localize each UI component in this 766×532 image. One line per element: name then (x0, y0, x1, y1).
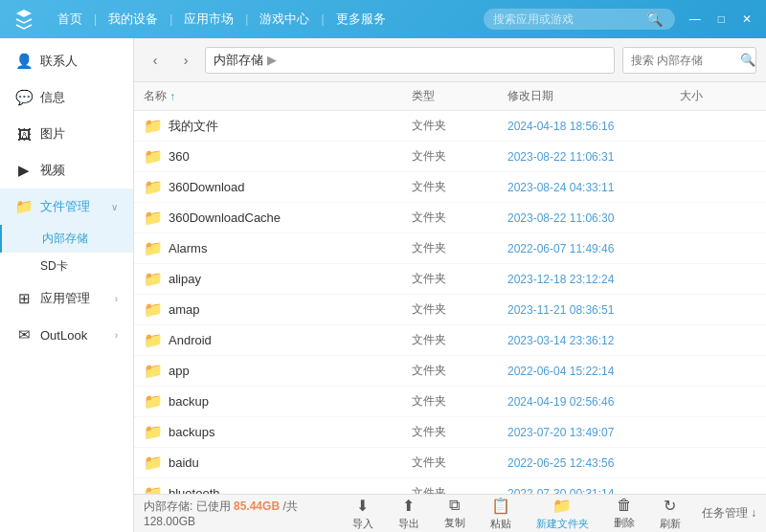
table-row[interactable]: 📁 360Download 文件夹 2023-08-24 04:33:11 (134, 172, 766, 203)
photos-icon: 🖼 (15, 126, 33, 143)
path-input[interactable]: 内部存储 ▶ (205, 47, 615, 74)
export-label: 导出 (398, 517, 419, 531)
top-bar: 首页 | 我的设备 | 应用市场 | 游戏中心 | 更多服务 🔍 — □ ✕ (0, 0, 766, 38)
folder-icon: 📁 (144, 300, 163, 319)
col-header-name[interactable]: 名称 ↑ (144, 88, 412, 104)
sidebar-item-appmanager[interactable]: ⊞ 应用管理 › (0, 280, 133, 317)
file-date: 2023-08-24 04:33:11 (507, 181, 680, 194)
table-row[interactable]: 📁 bluetooth 文件夹 2022-07-30 00:31:14 (134, 478, 766, 494)
window-controls: — □ ✕ (685, 11, 756, 28)
back-button[interactable]: ‹ (144, 49, 167, 72)
top-search[interactable]: 🔍 (484, 9, 675, 30)
table-row[interactable]: 📁 Android 文件夹 2023-03-14 23:36:12 (134, 325, 766, 356)
sidebar-item-photos[interactable]: 🖼 图片 (0, 116, 133, 152)
path-text: 内部存储 (214, 52, 263, 69)
storage-info: 内部存储: 已使用 85.44GB /共128.00GB (144, 499, 341, 528)
file-type: 文件夹 (412, 179, 507, 195)
file-type: 文件夹 (412, 485, 507, 494)
new-folder-label: 新建文件夹 (536, 517, 589, 531)
file-type: 文件夹 (412, 332, 507, 348)
task-manager-button[interactable]: 任务管理 ↓ (702, 505, 756, 521)
import-button[interactable]: ⬇ 导入 (341, 496, 385, 532)
sidebar-item-videos[interactable]: ▶ 视频 (0, 152, 133, 188)
maximize-button[interactable]: □ (713, 11, 730, 28)
bottom-bar: 内部存储: 已使用 85.44GB /共128.00GB ⬇ 导入 ⬆ 导出 ⧉… (134, 494, 766, 532)
file-name: Alarms (169, 241, 412, 255)
content-area: ‹ › 内部存储 ▶ 🔍 名称 ↑ 类型 修改日期 大小 📁 我的文件 文件 (134, 38, 766, 532)
sidebar-sub-internal[interactable]: 内部存储 (0, 225, 133, 253)
table-row[interactable]: 📁 360 文件夹 2023-08-22 11:06:31 (134, 142, 766, 172)
file-name: baidu (169, 455, 412, 470)
file-type: 文件夹 (412, 454, 507, 471)
file-name: 360 (169, 149, 412, 164)
file-date: 2022-06-25 12:43:56 (507, 456, 680, 470)
outlook-icon: ✉ (15, 326, 33, 344)
table-row[interactable]: 📁 baidu 文件夹 2022-06-25 12:43:56 (134, 448, 766, 478)
top-search-input[interactable] (493, 12, 646, 26)
sidebar-sub-sdcard[interactable]: SD卡 (0, 253, 133, 280)
file-name: app (169, 364, 412, 378)
refresh-button[interactable]: ↻ 刷新 (648, 496, 692, 532)
table-row[interactable]: 📁 amap 文件夹 2023-11-21 08:36:51 (134, 295, 766, 325)
nav-gamecenter[interactable]: 游戏中心 (248, 0, 321, 38)
file-type: 文件夹 (412, 271, 507, 287)
export-button[interactable]: ⬆ 导出 (387, 496, 431, 532)
nav-moreservices[interactable]: 更多服务 (325, 0, 397, 38)
file-date: 2022-07-30 00:31:14 (507, 487, 680, 495)
paste-button[interactable]: 📋 粘贴 (479, 496, 523, 532)
folder-icon: 📁 (144, 178, 163, 196)
file-type: 文件夹 (412, 301, 507, 318)
folder-icon: 📁 (144, 392, 163, 410)
file-name: bluetooth (169, 486, 412, 494)
table-row[interactable]: 📁 360DownloadCache 文件夹 2023-08-22 11:06:… (134, 203, 766, 233)
col-header-type[interactable]: 类型 (412, 88, 507, 104)
table-row[interactable]: 📁 我的文件 文件夹 2024-04-18 18:56:16 (134, 111, 766, 142)
sidebar-item-filemanager[interactable]: 📁 文件管理 ∨ (0, 188, 133, 225)
nav-mydevice[interactable]: 我的设备 (97, 0, 169, 38)
col-header-size[interactable]: 大小 (680, 88, 756, 104)
file-search-box[interactable]: 🔍 (622, 47, 756, 74)
delete-icon: 🗑 (617, 497, 632, 514)
table-row[interactable]: 📁 app 文件夹 2022-06-04 15:22:14 (134, 356, 766, 387)
nav-appmarket[interactable]: 应用市场 (172, 0, 245, 38)
delete-button[interactable]: 🗑 删除 (602, 496, 646, 532)
file-date: 2022-06-04 15:22:14 (507, 365, 680, 378)
path-arrow: ▶ (267, 53, 277, 67)
nav-home[interactable]: 首页 (46, 0, 94, 38)
folder-icon: 📁 (144, 270, 163, 288)
appmanager-icon: ⊞ (15, 290, 33, 307)
copy-button[interactable]: ⧉ 复制 (433, 496, 477, 532)
folder-icon: 📁 (144, 454, 163, 472)
sidebar-item-contacts[interactable]: 👤 联系人 (0, 43, 133, 79)
table-row[interactable]: 📁 backup 文件夹 2024-04-19 02:56:46 (134, 387, 766, 417)
folder-icon: 📁 (144, 362, 163, 380)
col-header-date[interactable]: 修改日期 (507, 88, 680, 104)
close-button[interactable]: ✕ (737, 11, 756, 28)
folder-icon: 📁 (144, 147, 163, 166)
file-name: 我的文件 (169, 118, 412, 135)
copy-label: 复制 (444, 516, 465, 530)
forward-button[interactable]: › (174, 49, 197, 72)
table-row[interactable]: 📁 backups 文件夹 2023-07-20 13:49:07 (134, 417, 766, 448)
refresh-label: 刷新 (660, 517, 681, 531)
file-type: 文件夹 (412, 240, 507, 256)
folder-icon: 📁 (144, 239, 163, 257)
file-type: 文件夹 (412, 393, 507, 410)
file-search-input[interactable] (631, 54, 736, 67)
sidebar-item-messages[interactable]: 💬 信息 (0, 79, 133, 116)
table-row[interactable]: 📁 Alarms 文件夹 2022-06-07 11:49:46 (134, 233, 766, 264)
import-icon: ⬇ (356, 497, 369, 515)
file-name: alipay (169, 272, 412, 286)
file-date: 2023-12-18 23:12:24 (507, 273, 680, 286)
app-logo (10, 5, 38, 33)
table-row[interactable]: 📁 alipay 文件夹 2023-12-18 23:12:24 (134, 264, 766, 295)
paste-label: 粘贴 (490, 517, 511, 531)
messages-icon: 💬 (15, 89, 33, 106)
sidebar-item-outlook[interactable]: ✉ OutLook › (0, 317, 133, 353)
new-folder-button[interactable]: 📁 新建文件夹 (525, 496, 600, 532)
file-date: 2023-07-20 13:49:07 (507, 426, 680, 439)
refresh-icon: ↻ (664, 497, 676, 515)
contacts-icon: 👤 (15, 53, 33, 70)
folder-icon: 📁 (144, 331, 163, 349)
minimize-button[interactable]: — (685, 11, 706, 28)
